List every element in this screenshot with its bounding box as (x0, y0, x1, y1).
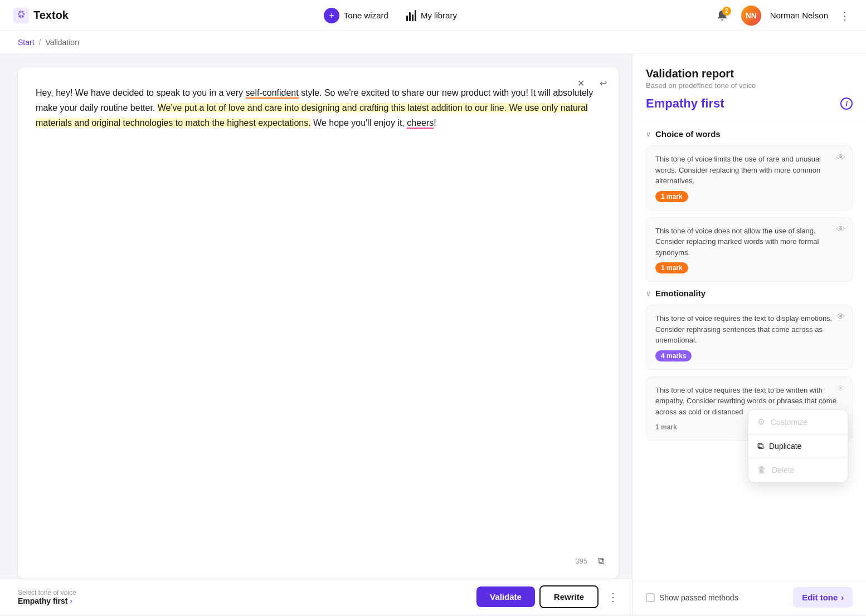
show-passed-wrapper: Show passed methods (646, 593, 738, 602)
tone-name-text: Empathy first (646, 96, 724, 111)
section-title-2: Emotionality (655, 289, 706, 298)
editor-text[interactable]: Hey, hey! We have decided to speak to yo… (36, 85, 601, 131)
user-name: Norman Nelson (770, 11, 828, 20)
undo-button[interactable]: ↩ (594, 74, 612, 92)
eye-icon-3[interactable]: 👁 (836, 312, 845, 322)
text-plain-4: ! (434, 118, 436, 128)
show-passed-label: Show passed methods (659, 593, 738, 602)
card-text-1: This tone of voice limits the use of rar… (655, 154, 843, 187)
customize-label: Customize (771, 418, 807, 427)
tone-chevron-icon: › (70, 597, 72, 605)
dropdown-menu: ⚙ Customize ⧉ Duplicate 🗑 Delete (748, 409, 848, 482)
tone-name-heading: Empathy first i (646, 96, 853, 111)
section-choice-of-words[interactable]: ∨ Choice of words (646, 129, 853, 139)
header-right: 2 NN Norman Nelson ⋮ (712, 6, 853, 26)
copy-button[interactable]: ⧉ (592, 552, 610, 570)
delete-label: Delete (772, 466, 794, 475)
info-icon[interactable]: i (840, 97, 853, 110)
header-nav: + Tone wizard My library (324, 8, 457, 23)
section-title-1: Choice of words (655, 129, 721, 139)
rewrite-button[interactable]: Rewrite (539, 585, 599, 608)
eye-icon-4-disabled: 👁 (836, 384, 845, 394)
badge-4: 1 mark (655, 422, 683, 433)
section-emotionality[interactable]: ∨ Emotionality (646, 289, 853, 298)
text-plain-1: Hey, hey! We have decided to speak to yo… (36, 88, 246, 97)
show-passed-checkbox[interactable] (646, 593, 655, 602)
breadcrumb-separator: / (39, 38, 41, 47)
header-more-button[interactable]: ⋮ (837, 7, 853, 25)
more-actions-button[interactable]: ⋮ (603, 587, 623, 607)
breadcrumb: Start / Validation (0, 31, 866, 54)
validation-header: Validation report Based on predefined to… (633, 54, 866, 120)
edit-tone-button[interactable]: Edit tone › (793, 587, 853, 608)
tone-wizard-label: Tone wizard (344, 11, 388, 20)
card-emotions: 👁 This tone of voice requires the text t… (646, 305, 853, 370)
text-highlight-selfconfident: self-confident (246, 88, 299, 99)
editor-toolbar: ✕ ↩ (572, 74, 612, 92)
edit-tone-label: Edit tone (802, 593, 838, 602)
editor-area[interactable]: ✕ ↩ Hey, hey! We have decided to speak t… (18, 67, 619, 579)
library-icon (406, 10, 416, 21)
tone-selector[interactable]: Select tone of voice Empathy first › (18, 589, 76, 605)
delete-icon: 🗑 (757, 465, 766, 475)
bottom-bar: Select tone of voice Empathy first › Val… (0, 579, 632, 614)
customize-icon: ⚙ (757, 417, 765, 427)
duplicate-label: Duplicate (769, 442, 801, 451)
eye-icon-2[interactable]: 👁 (836, 224, 845, 234)
dropdown-delete: 🗑 Delete (748, 458, 848, 482)
dropdown-customize: ⚙ Customize (748, 410, 848, 434)
tone-label: Select tone of voice (18, 589, 76, 597)
duplicate-icon: ⧉ (757, 441, 763, 451)
breadcrumb-start[interactable]: Start (18, 38, 35, 47)
section-chevron-icon: ∨ (646, 130, 651, 138)
badge-2: 1 mark (655, 262, 688, 273)
breadcrumb-current: Validation (45, 38, 79, 47)
validation-body: ∨ Choice of words 👁 This tone of voice l… (633, 120, 866, 580)
char-count: 395 ⧉ (575, 552, 610, 570)
tone-value[interactable]: Empathy first › (18, 597, 76, 605)
dropdown-duplicate[interactable]: ⧉ Duplicate (748, 434, 848, 458)
validation-title: Validation report (646, 67, 853, 80)
notification-button[interactable]: 2 (712, 6, 732, 26)
eye-icon-1[interactable]: 👁 (836, 153, 845, 163)
tone-name: Empathy first (18, 597, 67, 605)
logo-text: Textok (33, 9, 69, 22)
text-plain-3: We hope you'll enjoy it, (311, 118, 407, 128)
plus-icon: + (324, 8, 339, 23)
my-library-nav[interactable]: My library (406, 10, 457, 21)
logo[interactable]: Textok (13, 8, 69, 23)
tone-wizard-nav[interactable]: + Tone wizard (324, 8, 388, 23)
edit-tone-chevron-icon: › (841, 593, 844, 602)
right-panel: Validation report Based on predefined to… (632, 54, 866, 614)
card-rare-words: 👁 This tone of voice limits the use of r… (646, 145, 853, 211)
validation-subtitle: Based on predefined tone of voice (646, 81, 853, 90)
section-chevron-icon-2: ∨ (646, 290, 651, 297)
validate-button[interactable]: Validate (476, 586, 535, 607)
char-count-value: 395 (575, 557, 587, 565)
header: Textok + Tone wizard My library 2 NN Nor… (0, 0, 866, 31)
badge-1: 1 mark (655, 191, 688, 202)
card-text-3: This tone of voice requires the text to … (655, 313, 843, 346)
logo-icon (13, 8, 29, 23)
close-button[interactable]: ✕ (572, 74, 590, 92)
notification-badge: 2 (722, 7, 731, 16)
my-library-label: My library (421, 11, 457, 20)
bottom-actions: Validate Rewrite ⋮ (476, 585, 623, 608)
text-highlight-cheers: cheers (407, 118, 434, 129)
badge-3: 4 marks (655, 350, 692, 361)
avatar[interactable]: NN (741, 6, 761, 26)
card-text-2: This tone of voice does not allow the us… (655, 226, 843, 258)
right-panel-bottom: Show passed methods Edit tone › (633, 580, 866, 614)
main-content: ✕ ↩ Hey, hey! We have decided to speak t… (0, 54, 866, 614)
editor-panel: ✕ ↩ Hey, hey! We have decided to speak t… (0, 54, 632, 614)
card-slang: 👁 This tone of voice does not allow the … (646, 217, 853, 282)
